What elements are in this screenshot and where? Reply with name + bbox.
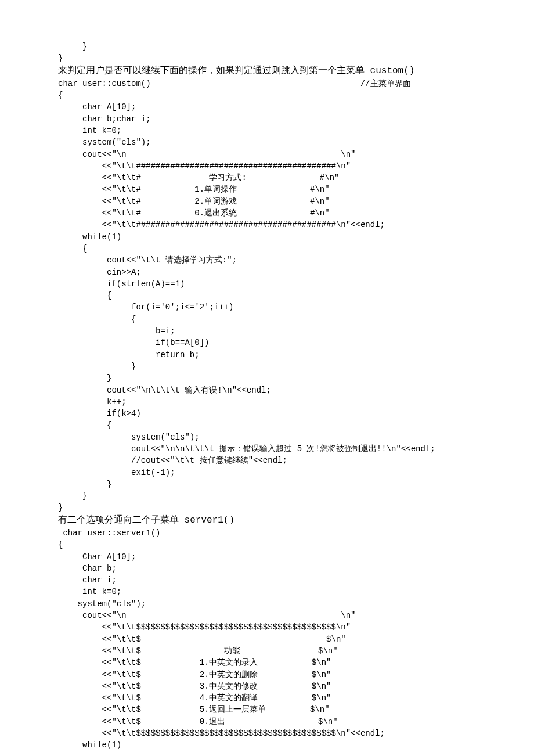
code-line: <<"\t\t$ $\n" <box>58 633 476 645</box>
code-line: } <box>58 490 476 502</box>
code-line: system("cls"); <box>58 598 476 610</box>
code-line: if(strlen(A)==1) <box>58 278 476 290</box>
code-line: <<"\t\t$ 4.中英文的翻译 $\n" <box>58 692 476 704</box>
code-line: if(k>4) <box>58 408 476 419</box>
code-line: { <box>58 314 476 325</box>
code-line: char A[10]; <box>58 101 476 113</box>
code-line: if(b==A[0]) <box>58 337 476 348</box>
code-line: <<"\t\t# 2.单词游戏 #\n" <box>58 196 476 207</box>
code-line: } <box>58 52 476 64</box>
code-line: cout<<"\t\t 请选择学习方式:"; <box>58 254 476 266</box>
code-line: <<"\t\t#################################… <box>58 160 476 172</box>
code-line: int k=0; <box>58 586 476 597</box>
code-line: } <box>58 41 476 52</box>
code-line: b=i; <box>58 325 476 337</box>
code-line: int k=0; <box>58 125 476 136</box>
code-line: <<"\t\t$ 5.返回上一层菜单 $\n" <box>58 704 476 715</box>
code-line: return b; <box>58 349 476 361</box>
code-line: char b;char i; <box>58 113 476 125</box>
code-line: { <box>58 539 476 550</box>
code-line: <<"\t\t# 1.单词操作 #\n" <box>58 183 476 195</box>
code-line: while(1) <box>58 739 476 751</box>
code-line: { <box>58 290 476 301</box>
code-line: <<"\t\t$ 0.退出 $\n" <box>58 716 476 728</box>
code-line: { <box>58 89 476 101</box>
code-line: system("cls"); <box>58 431 476 443</box>
section-heading: 来判定用户是否可以继续下面的操作，如果判定通过则跳入到第一个主菜单 custom… <box>58 64 476 78</box>
code-line: } <box>58 361 476 372</box>
code-line: char i; <box>58 574 476 586</box>
code-line: Char A[10]; <box>58 551 476 563</box>
code-line: { <box>58 419 476 431</box>
code-line: exit(-1); <box>58 467 476 478</box>
code-line: <<"\t\t$ 3.中英文的修改 $\n" <box>58 681 476 692</box>
code-line: <<"\t\t# 0.退出系统 #\n" <box>58 207 476 219</box>
code-line: char user::custom() //主菜单界面 <box>58 78 476 89</box>
code-line: cout<<"\n\t\t\t 输入有误!\n"<<endl; <box>58 384 476 396</box>
code-line: } <box>58 502 476 513</box>
code-line: <<"\t\t$ 1.中英文的录入 $\n" <box>58 657 476 668</box>
code-line: <<"\t\t$$$$$$$$$$$$$$$$$$$$$$$$$$$$$$$$$… <box>58 728 476 739</box>
code-line: while(1) <box>58 231 476 243</box>
code-line: <<"\t\t$$$$$$$$$$$$$$$$$$$$$$$$$$$$$$$$$… <box>58 621 476 633</box>
code-line: k++; <box>58 396 476 408</box>
code-line: } <box>58 478 476 490</box>
code-line: Char b; <box>58 563 476 574</box>
code-line: cout<<"\n \n" <box>58 610 476 621</box>
code-line: char user::server1() <box>58 527 476 539</box>
code-line: system("cls"); <box>58 136 476 148</box>
code-line: <<"\t\t#################################… <box>58 219 476 231</box>
code-line: cout<<"\n \n" <box>58 149 476 160</box>
code-line: <<"\t\t# 学习方式: #\n" <box>58 172 476 183</box>
code-line: { <box>58 243 476 254</box>
code-line: } <box>58 372 476 384</box>
code-line: //cout<<"\t\t 按任意键继续"<<endl; <box>58 455 476 466</box>
code-line: <<"\t\t$ 2.中英文的删除 $\n" <box>58 669 476 681</box>
code-line: cin>>A; <box>58 267 476 278</box>
code-line: for(i='0';i<='2';i++) <box>58 301 476 313</box>
section-heading: 有二个选项分通向二个子菜单 server1() <box>58 514 476 527</box>
code-line: <<"\t\t$ 功能 $\n" <box>58 645 476 657</box>
code-line: cout<<"\n\n\t\t\t 提示：错误输入超过 5 次!您将被强制退出!… <box>58 443 476 455</box>
